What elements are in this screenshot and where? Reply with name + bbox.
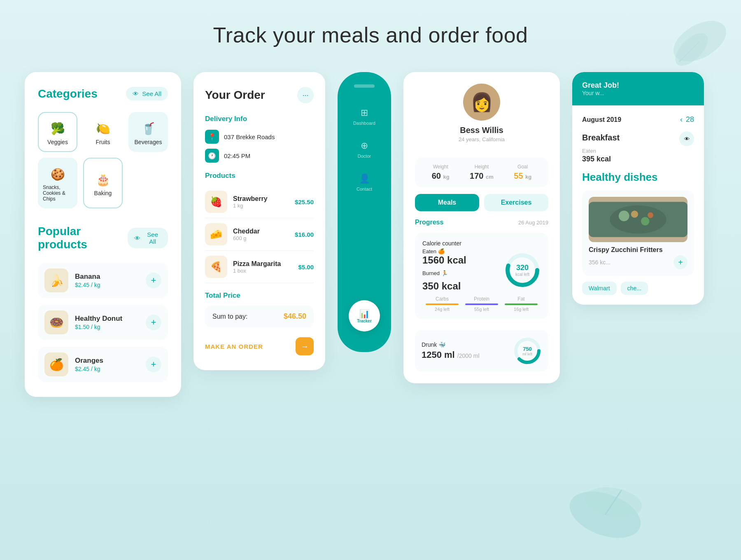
add-oranges-button[interactable]: +	[146, 357, 161, 372]
add-donut-button[interactable]: +	[146, 315, 161, 330]
donut-center: 320 kcal left	[515, 264, 529, 277]
category-label: Snacks, Cookies & Chips	[43, 184, 72, 202]
pizza-info: Pizza Margarita 1 box	[233, 260, 292, 274]
fruits-icon: 🍋	[96, 122, 110, 135]
carbs-label: Carbs	[422, 296, 462, 302]
eye-icon-2: 👁	[134, 235, 140, 242]
goal-value: 55 kg	[514, 171, 531, 181]
order-action-row: MAKE AN ORDER →	[205, 337, 314, 355]
water-left-value: 750	[522, 346, 532, 352]
donut-name: Healthy Donut	[75, 315, 139, 323]
brand-other[interactable]: che...	[621, 282, 648, 295]
healthy-dishes-title: Healthy dishes	[582, 171, 694, 184]
stats-row: Weight 60 kg Height 170 cm Goal 55 kg	[415, 157, 548, 187]
list-item: 🍕 Pizza Margarita 1 box $5.00	[205, 251, 314, 283]
month-next-button[interactable]: 28	[686, 115, 694, 124]
oranges-price: $2.45 / kg	[75, 366, 139, 372]
categories-see-all-button[interactable]: 👁 See All	[126, 87, 168, 100]
product-price: $5.00	[298, 264, 314, 271]
month-prev-button[interactable]: ‹	[680, 115, 683, 124]
fat-val: 16g left	[501, 307, 541, 312]
tab-exercises[interactable]: Exercises	[484, 194, 548, 211]
progress-title: Progress	[415, 219, 443, 226]
category-item-beverages[interactable]: 🥤 Beverages	[128, 112, 168, 152]
calorie-row: Eaten 🍊 1560 kcal Burned 🏃 350 kcal 320	[422, 248, 541, 292]
veggies-icon: 🥦	[51, 122, 65, 135]
order-arrow-button[interactable]: →	[296, 337, 314, 355]
add-banana-button[interactable]: +	[146, 273, 161, 288]
eaten-label: Eaten 🍊	[422, 248, 466, 254]
nav-label-dashboard: Dashboard	[353, 121, 375, 126]
calorie-section: Calorie counter Eaten 🍊 1560 kcal Burned…	[415, 233, 548, 319]
month-nav: ‹ 28	[680, 115, 694, 124]
pizza-image: 🍕	[205, 256, 227, 278]
month-row: August 2019 ‹ 28	[582, 115, 694, 124]
delivery-time-row: 🕐 02:45 PM	[205, 149, 314, 163]
progress-header: Progress 26 Aug 2019	[415, 219, 548, 226]
burned-label: Burned 🏃	[422, 270, 466, 276]
list-item: 🍌 Banana $2.45 / kg +	[38, 263, 168, 298]
weight-value: 60 kg	[432, 171, 450, 181]
donut-price: $1.50 / kg	[75, 324, 139, 330]
oranges-image: 🍊	[44, 352, 68, 376]
weight-stat: Weight 60 kg	[432, 164, 450, 181]
baking-icon: 🎂	[96, 173, 110, 187]
protein-label: Protein	[462, 296, 501, 302]
oranges-info: Oranges $2.45 / kg	[75, 357, 139, 372]
meal-kcal-value: 395 kcal	[582, 155, 694, 163]
list-item: 🍓 Strawberry 1 kg $25.50	[205, 186, 314, 218]
svg-point-9	[619, 211, 629, 222]
make-order-button[interactable]: MAKE AN ORDER	[205, 343, 263, 350]
category-item-veggies[interactable]: 🥦 Veggies	[38, 112, 77, 152]
strawberry-info: Strawberry 1 kg	[233, 195, 289, 209]
add-dish-button[interactable]: +	[673, 255, 687, 269]
order-more-button[interactable]: ···	[297, 87, 314, 103]
category-item-baking[interactable]: 🎂 Baking	[83, 158, 123, 208]
great-job-col: Great Job! Your w...	[582, 81, 619, 96]
tracker-label: Tracker	[357, 319, 372, 323]
great-sub-text: Your w...	[582, 90, 619, 96]
burned-value: 350 kcal	[422, 280, 466, 292]
dish-name: Crispy Zucchini Fritters	[589, 246, 687, 254]
clock-icon: 🕐	[205, 149, 219, 163]
svg-point-12	[648, 212, 653, 218]
water-section: Drunk 🐳 1250 ml /2000 ml 750	[415, 330, 548, 372]
meal-see-all-button[interactable]: 👁	[679, 131, 694, 146]
phone-notch	[354, 84, 375, 88]
popular-see-all-button[interactable]: 👁 See All	[128, 228, 168, 248]
dish-bottom: 356 kc... +	[589, 255, 687, 269]
nav-item-dashboard[interactable]: ⊞ Dashboard	[338, 100, 391, 133]
cheddar-image: 🧀	[205, 223, 227, 245]
category-item-snacks[interactable]: 🍪 Snacks, Cookies & Chips	[38, 158, 77, 208]
delivery-time: 02:45 PM	[224, 152, 250, 159]
svg-point-10	[641, 217, 650, 226]
great-job-text: Great Job!	[582, 81, 619, 90]
donut-image: 🍩	[44, 310, 68, 334]
banana-price: $2.45 / kg	[75, 282, 139, 288]
tab-row: Meals Exercises	[415, 194, 548, 211]
list-item: 🍩 Healthy Donut $1.50 / kg +	[38, 305, 168, 340]
healthy-body: August 2019 ‹ 28 Breakfast 👁 Eaten 395 k…	[572, 105, 704, 305]
carbs-val: 24g left	[422, 307, 462, 312]
brand-walmart[interactable]: Walmart	[582, 282, 617, 295]
goal-stat: Goal 55 kg	[514, 164, 531, 181]
tracker-button[interactable]: 📊 Tracker	[349, 300, 380, 331]
cards-row: Categories 👁 See All 🥦 Veggies 🍋 Fruits …	[0, 47, 741, 397]
nav-item-contact[interactable]: 👤 Contact	[338, 166, 391, 199]
delivery-address-row: 📍 037 Brekke Roads	[205, 130, 314, 144]
products-label: Products	[205, 172, 314, 180]
product-price: $16.00	[295, 231, 314, 238]
tab-meals[interactable]: Meals	[415, 194, 479, 211]
product-name: Strawberry	[233, 195, 289, 203]
water-row: Drunk 🐳 1250 ml /2000 ml 750	[422, 336, 542, 365]
svg-point-11	[631, 211, 638, 218]
banana-info: Banana $2.45 / kg	[75, 273, 139, 288]
product-name: Cheddar	[233, 228, 289, 235]
macro-carbs: Carbs 24g left	[422, 296, 462, 312]
nav-item-doctor[interactable]: ⊕ Doctor	[338, 133, 391, 166]
categories-card: Categories 👁 See All 🥦 Veggies 🍋 Fruits …	[25, 72, 181, 397]
page-title: Track your meals and order food	[0, 0, 741, 47]
svg-point-8	[610, 205, 666, 234]
beverages-icon: 🥤	[141, 122, 156, 135]
category-item-fruits[interactable]: 🍋 Fruits	[83, 112, 123, 152]
